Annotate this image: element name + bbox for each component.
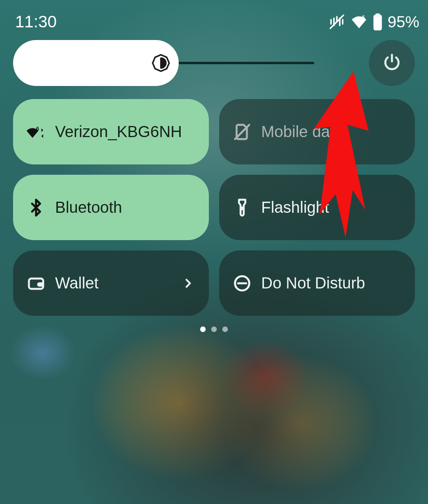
sim-off-icon bbox=[233, 122, 252, 141]
flashlight-label: Flashlight bbox=[261, 199, 329, 216]
brightness-slider[interactable] bbox=[13, 40, 314, 86]
mobile-data-tile[interactable]: Mobile data bbox=[219, 99, 415, 164]
brightness-row bbox=[13, 40, 415, 86]
wallet-icon bbox=[27, 274, 46, 293]
mobile-data-label: Mobile data bbox=[261, 123, 343, 141]
wifi6-icon: 6 bbox=[27, 122, 46, 141]
svg-text:6: 6 bbox=[36, 125, 39, 131]
page-dot-1[interactable] bbox=[200, 326, 206, 332]
wifi-status-icon: 6 bbox=[350, 13, 368, 31]
flashlight-icon bbox=[233, 198, 252, 217]
wallet-tile[interactable]: Wallet bbox=[13, 250, 209, 316]
bluetooth-icon bbox=[27, 198, 46, 217]
power-button[interactable] bbox=[369, 40, 415, 86]
page-dot-3[interactable] bbox=[222, 326, 228, 332]
page-dot-2[interactable] bbox=[211, 326, 217, 332]
status-bar: 11:30 6 95% bbox=[15, 11, 419, 32]
wifi-label: Verizon_KBG6NH bbox=[55, 123, 182, 141]
dnd-tile[interactable]: Do Not Disturb bbox=[219, 250, 415, 316]
quick-tiles-grid: 6 Verizon_KBG6NH Mobile data bbox=[13, 99, 415, 316]
vibrate-silent-icon bbox=[328, 13, 346, 31]
dnd-label: Do Not Disturb bbox=[261, 274, 365, 292]
wifi-tile[interactable]: 6 Verizon_KBG6NH bbox=[13, 99, 209, 164]
dnd-icon bbox=[233, 274, 252, 293]
svg-text:6: 6 bbox=[362, 14, 365, 20]
power-icon bbox=[382, 52, 402, 74]
wallet-label: Wallet bbox=[55, 274, 99, 292]
flashlight-tile[interactable]: Flashlight bbox=[219, 175, 415, 240]
battery-status-icon bbox=[373, 13, 383, 31]
quick-settings-panel: 11:30 6 95% bbox=[0, 0, 428, 504]
svg-point-6 bbox=[241, 207, 243, 209]
svg-rect-3 bbox=[374, 16, 381, 30]
brightness-thumb[interactable] bbox=[13, 40, 179, 86]
bluetooth-label: Bluetooth bbox=[55, 199, 122, 216]
battery-text: 95% bbox=[388, 13, 419, 31]
page-indicator[interactable] bbox=[0, 326, 428, 332]
status-right: 6 95% bbox=[328, 13, 419, 31]
clock: 11:30 bbox=[15, 12, 57, 31]
bluetooth-tile[interactable]: Bluetooth bbox=[13, 175, 209, 240]
chevron-right-icon bbox=[181, 276, 195, 290]
auto-brightness-icon bbox=[151, 53, 171, 73]
